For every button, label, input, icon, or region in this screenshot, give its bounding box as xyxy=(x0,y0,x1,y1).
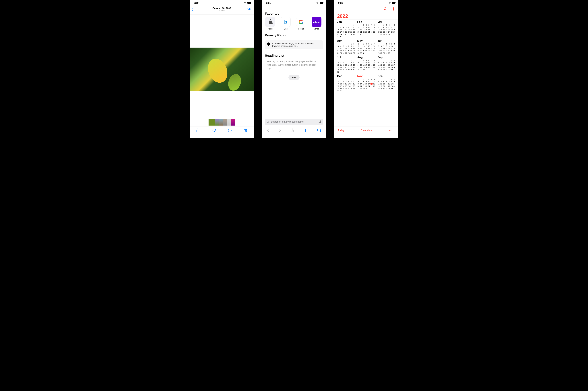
share-icon[interactable] xyxy=(196,128,199,132)
calendar-day[interactable]: 27 xyxy=(345,52,347,54)
calendar-day[interactable]: 16 xyxy=(391,83,393,85)
calendar-day[interactable]: 3 xyxy=(393,59,395,61)
calendar-day[interactable]: 29 xyxy=(353,88,355,90)
calendar-day[interactable]: 2 xyxy=(365,78,367,80)
calendar-day[interactable]: 28 xyxy=(383,52,385,54)
calendar-day[interactable]: 21 xyxy=(360,85,362,87)
calendar-day[interactable]: 10 xyxy=(337,64,339,66)
calendar-day[interactable]: 19 xyxy=(370,64,373,66)
calendar-day[interactable]: 22 xyxy=(353,85,355,87)
calendar-day[interactable]: 11 xyxy=(378,83,380,85)
calendar-day[interactable]: 29 xyxy=(383,33,385,35)
calendar-day[interactable]: 27 xyxy=(357,88,360,90)
inbox-button[interactable]: Inbox xyxy=(389,129,394,132)
calendar-day[interactable]: 15 xyxy=(357,47,360,50)
calendar-day[interactable]: 3 xyxy=(337,45,339,47)
calendar-day[interactable]: 12 xyxy=(342,47,345,50)
calendar-day[interactable]: 14 xyxy=(360,83,362,85)
calendar-day[interactable]: 1 xyxy=(353,24,355,26)
calendar-day[interactable]: 29 xyxy=(360,69,362,71)
calendar-day[interactable]: 11 xyxy=(365,45,367,47)
calendar-day[interactable]: 10 xyxy=(337,47,339,50)
calendar-day[interactable]: 5 xyxy=(345,81,347,83)
calendar-day[interactable]: 4 xyxy=(391,24,393,26)
calendar-day[interactable]: 9 xyxy=(385,26,388,28)
calendar-day[interactable]: 20 xyxy=(345,50,347,52)
calendar-day[interactable]: 14 xyxy=(360,29,362,31)
calendar-day[interactable]: 6 xyxy=(345,62,347,64)
calendar-day[interactable]: 12 xyxy=(345,29,347,31)
calendar-day[interactable]: 7 xyxy=(350,26,352,28)
calendar-day[interactable]: 30 xyxy=(362,69,365,71)
calendar-day[interactable]: 9 xyxy=(388,45,390,47)
calendar-day[interactable]: 5 xyxy=(373,78,375,80)
calendar-day[interactable]: 16 xyxy=(385,29,388,31)
calendar-day[interactable]: 11 xyxy=(340,47,342,50)
calendar-day[interactable]: 6 xyxy=(370,43,373,45)
calendar-day[interactable]: 15 xyxy=(385,47,388,50)
calendar-day[interactable]: 1 xyxy=(353,78,355,80)
calendar-day[interactable]: 11 xyxy=(340,64,342,66)
month-jul[interactable]: Jul1234567891011121314151617181920212223… xyxy=(337,56,355,73)
calendar-day[interactable]: 26 xyxy=(345,88,347,90)
calendar-day[interactable]: 3 xyxy=(340,81,342,83)
calendar-day[interactable]: 13 xyxy=(347,29,350,31)
calendar-day[interactable]: 13 xyxy=(383,64,385,66)
calendar-day[interactable]: 17 xyxy=(388,29,390,31)
calendar-day[interactable]: 10 xyxy=(362,45,365,47)
calendar-day[interactable]: 19 xyxy=(373,29,375,31)
calendar-day[interactable]: 6 xyxy=(347,81,350,83)
calendars-button[interactable]: Calendars xyxy=(361,129,372,132)
calendar-day[interactable]: 8 xyxy=(353,26,355,28)
calendar-day[interactable]: 17 xyxy=(368,83,370,85)
calendar-day[interactable]: 17 xyxy=(393,64,395,66)
calendar-day[interactable]: 7 xyxy=(360,26,362,28)
calendar-day[interactable]: 20 xyxy=(357,85,360,87)
calendar-day[interactable]: 7 xyxy=(385,81,388,83)
calendar-day[interactable]: 13 xyxy=(357,29,360,31)
calendar-day[interactable]: 5 xyxy=(373,24,375,26)
calendar-day[interactable]: 23 xyxy=(388,50,390,52)
bookmarks-icon[interactable] xyxy=(304,129,307,132)
calendar-day[interactable]: 26 xyxy=(345,33,347,35)
home-indicator[interactable] xyxy=(190,134,254,138)
calendar-day[interactable]: 15 xyxy=(388,64,390,66)
calendar-day[interactable]: 10 xyxy=(340,29,342,31)
calendar-day[interactable]: 13 xyxy=(383,83,385,85)
calendar-day[interactable]: 13 xyxy=(378,29,380,31)
calendar-day[interactable]: 10 xyxy=(391,45,393,47)
calendar-day[interactable]: 10 xyxy=(393,81,395,83)
calendar-day[interactable]: 5 xyxy=(393,24,395,26)
tabs-icon[interactable] xyxy=(317,128,321,132)
calendar-day[interactable]: 23 xyxy=(337,33,339,35)
calendar-day[interactable]: 11 xyxy=(391,26,393,28)
calendar-day[interactable]: 24 xyxy=(365,66,367,68)
home-indicator[interactable] xyxy=(334,134,398,138)
photo-viewer[interactable] xyxy=(190,48,254,91)
calendar-day[interactable]: 21 xyxy=(360,31,362,33)
calendar-day[interactable]: 21 xyxy=(347,66,350,68)
calendar-day[interactable]: 29 xyxy=(357,52,360,54)
calendar-day[interactable]: 1 xyxy=(385,43,388,45)
calendar-day[interactable]: 28 xyxy=(380,33,382,35)
calendar-day[interactable]: 5 xyxy=(342,62,345,64)
calendar-day[interactable]: 8 xyxy=(353,81,355,83)
calendar-day[interactable]: 6 xyxy=(378,26,380,28)
calendar-day[interactable]: 25 xyxy=(340,52,342,54)
calendar-day[interactable]: 23 xyxy=(391,66,393,68)
calendar-day[interactable]: 18 xyxy=(391,29,393,31)
calendar-day[interactable]: 9 xyxy=(337,83,339,85)
calendar-day[interactable]: 17 xyxy=(340,85,342,87)
calendar-day[interactable]: 4 xyxy=(378,81,380,83)
calendar-day[interactable]: 19 xyxy=(380,85,382,87)
calendar-day[interactable]: 4 xyxy=(370,78,373,80)
calendar-day[interactable]: 19 xyxy=(345,85,347,87)
calendar-day[interactable]: 3 xyxy=(368,24,370,26)
calendar-day[interactable]: 13 xyxy=(370,45,373,47)
calendar-day[interactable]: 3 xyxy=(340,26,342,28)
edit-button[interactable]: Edit xyxy=(247,8,251,11)
calendar-day[interactable]: 21 xyxy=(385,66,388,68)
calendar-day[interactable]: 25 xyxy=(370,31,373,33)
calendar-day[interactable]: 3 xyxy=(393,78,395,80)
calendar-day[interactable]: 31 xyxy=(393,88,395,90)
